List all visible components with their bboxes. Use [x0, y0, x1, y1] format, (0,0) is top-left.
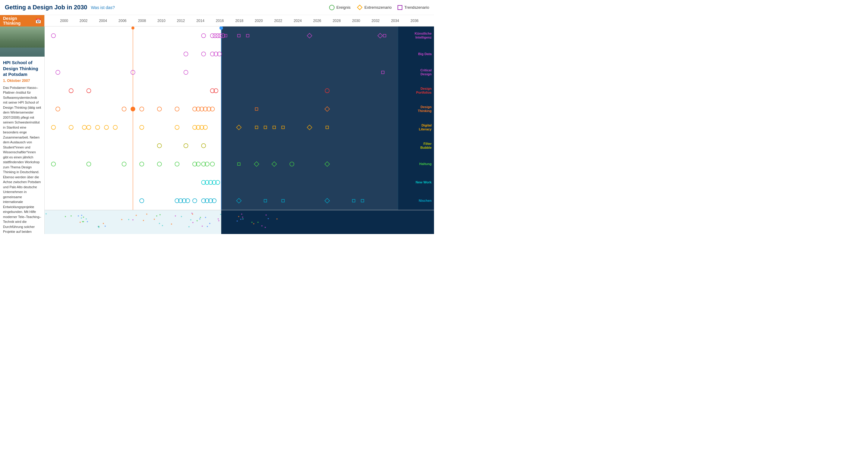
- year-label-2024: 2024: [293, 19, 302, 23]
- svg-point-25: [69, 89, 73, 93]
- scatter-dot: [45, 213, 47, 214]
- svg-point-21: [56, 70, 60, 74]
- year-label-2018: 2018: [236, 19, 244, 23]
- svg-point-26: [87, 89, 91, 93]
- scatter-dot: [190, 219, 191, 221]
- year-label-2030: 2030: [352, 19, 360, 23]
- row-label-nischen: Nischen: [398, 192, 434, 210]
- row-label-critical: CriticalDesign: [398, 63, 434, 81]
- scatter-dot: [104, 226, 106, 227]
- legend-extremszenario: Extremszenario: [356, 4, 392, 10]
- svg-point-51: [140, 125, 144, 130]
- svg-point-70: [140, 162, 144, 166]
- legend-extremszenario-label: Extremszenario: [364, 5, 392, 10]
- svg-point-47: [87, 125, 91, 130]
- scatter-dot: [188, 226, 190, 227]
- scatter-dot: [80, 222, 81, 223]
- scatter-dot: [143, 220, 144, 221]
- scatter-dot: [86, 218, 87, 220]
- svg-rect-0: [221, 27, 398, 210]
- svg-point-17: [201, 52, 206, 56]
- scatter-dot: [70, 215, 72, 216]
- svg-point-71: [157, 162, 161, 166]
- year-label-2020: 2020: [255, 19, 263, 23]
- scatter-dot: [199, 218, 200, 220]
- svg-point-64: [157, 144, 161, 148]
- trendszenario-icon: [398, 5, 402, 10]
- scatter-dot: [162, 225, 163, 226]
- year-label-2006: 2006: [119, 19, 127, 23]
- scatter-dot: [83, 216, 84, 218]
- svg-point-72: [175, 162, 179, 166]
- chart: [44, 27, 398, 210]
- year-label-2034: 2034: [391, 19, 399, 23]
- svg-point-65: [184, 144, 188, 148]
- scatter-dot: [154, 219, 155, 220]
- year-axis: 2000200220042006200820102012201420162018…: [44, 15, 434, 27]
- svg-point-49: [104, 125, 108, 130]
- svg-point-3: [51, 33, 56, 38]
- year-label-2022: 2022: [274, 19, 282, 23]
- year-label-2028: 2028: [333, 19, 341, 23]
- scatter-dot: [209, 223, 210, 224]
- year-label-2026: 2026: [313, 19, 321, 23]
- year-label-2012: 2012: [177, 19, 185, 23]
- event-date: 1. Oktober 2007: [3, 78, 41, 83]
- row-label-filterbubble: FilterBubble: [398, 136, 434, 155]
- year-label-2002: 2002: [80, 19, 88, 23]
- scatter-dot: [81, 218, 82, 219]
- svg-point-45: [69, 125, 73, 130]
- year-label-2016: 2016: [216, 19, 224, 23]
- main-area: Design Thinking 📅 HPI School of Design T…: [0, 15, 434, 234]
- svg-point-105: [131, 27, 134, 30]
- svg-point-50: [113, 125, 117, 130]
- svg-point-23: [184, 70, 188, 74]
- event-description: Das Potsdamer Hasso–Plattner–Institut fü…: [3, 85, 41, 234]
- scatter-dot: [205, 217, 206, 218]
- legend-ereignis-label: Ereignis: [336, 5, 350, 10]
- row-label-portfolios: DesignPortfolios: [398, 81, 434, 100]
- year-label-2004: 2004: [99, 19, 107, 23]
- svg-point-4: [201, 33, 206, 38]
- page-title: Getting a Design Job in 2030: [5, 4, 87, 11]
- scatter-dot: [132, 219, 133, 221]
- scatter-dot: [192, 222, 193, 223]
- scatter-dot: [146, 213, 147, 215]
- scatter-dot: [159, 214, 161, 215]
- svg-point-31: [122, 107, 126, 111]
- svg-point-41: [131, 107, 135, 111]
- scatter-dot: [253, 223, 254, 224]
- scatter-dot: [175, 215, 176, 216]
- sidebar: Design Thinking 📅 HPI School of Design T…: [0, 15, 44, 234]
- extremszenario-icon: [357, 4, 362, 10]
- svg-point-34: [175, 107, 179, 111]
- scatter-dot: [98, 226, 99, 227]
- row-label-ki: KünstlicheIntelligenz: [398, 27, 434, 45]
- svg-point-67: [51, 162, 56, 166]
- scatter-dot: [81, 215, 82, 216]
- svg-point-66: [201, 144, 206, 148]
- legend-ereignis: Ereignis: [329, 5, 350, 10]
- info-link[interactable]: Was ist das?: [91, 5, 115, 10]
- year-label-2014: 2014: [196, 19, 204, 23]
- scatter-dot: [159, 223, 160, 224]
- row-label-newwork: New Work: [398, 173, 434, 192]
- scatter-dot: [87, 221, 88, 222]
- row-label-bigdata: Big Data: [398, 45, 434, 63]
- sidebar-content: HPI School of Design Thinking at Potsdam…: [0, 57, 44, 234]
- svg-point-44: [51, 125, 56, 130]
- year-label-2008: 2008: [138, 19, 146, 23]
- sidebar-category-label: Design Thinking: [3, 16, 35, 26]
- row-label-designthinking: DesignThinking: [398, 100, 434, 119]
- header: Getting a Design Job in 2030 Was ist das…: [0, 0, 434, 15]
- scatter-dot: [202, 226, 203, 227]
- svg-point-69: [122, 162, 126, 166]
- legend-trendszenario-label: Trendszenario: [404, 5, 429, 10]
- year-label-2036: 2036: [410, 19, 418, 23]
- legend-trendszenario: Trendszenario: [398, 5, 429, 10]
- svg-point-88: [140, 199, 144, 203]
- bottom-scatter: [44, 210, 434, 234]
- scatter-dot: [218, 220, 219, 221]
- ereignis-icon: [329, 5, 335, 10]
- svg-point-68: [87, 162, 91, 166]
